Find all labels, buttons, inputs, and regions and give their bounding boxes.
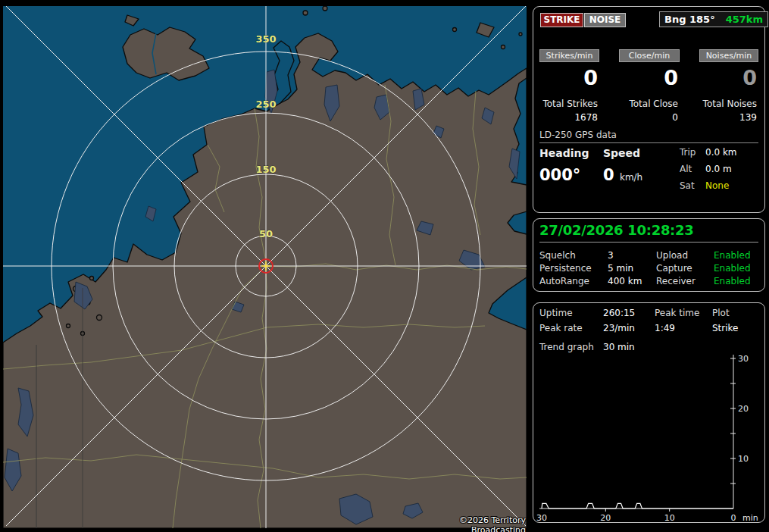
trend-x-tick-label: 10 [664, 513, 675, 522]
gps-sat-label: Sat [680, 180, 695, 191]
strikes-per-min-chip[interactable]: Strikes/min [539, 49, 599, 62]
gps-alt-label: Alt [680, 164, 692, 174]
trend-y-tick-label: 10 [738, 454, 749, 464]
gps-trip-label: Trip [680, 147, 696, 158]
ring-label-250: 250 [255, 99, 276, 110]
gps-sat-value: None [705, 180, 729, 191]
strike-toggle-button[interactable]: STRIKE [540, 13, 583, 27]
ring-label-150: 150 [255, 164, 276, 175]
ring-label-50: 50 [259, 228, 273, 239]
trend-y-tick-label: 30 [738, 354, 749, 364]
noises-per-min-chip[interactable]: Noises/min [699, 49, 758, 62]
bearing-readout: Bng 185° 457km [659, 11, 768, 27]
bearing-distance: 457km [726, 14, 763, 25]
ring-label-350: 350 [255, 33, 276, 45]
bearing-label: Bng 185° [664, 14, 715, 25]
persistence-label: Persistence [539, 263, 592, 274]
app-window: { "map": { "copyright": "©2026 Territory… [0, 0, 769, 532]
total-noises-value: 139 [689, 112, 757, 123]
total-noises-label: Total Noises [689, 99, 757, 109]
gps-speed-value: 0 km/h [603, 166, 642, 184]
panel-uptime-trend: Uptime 260:15 Peak time Plot Peak rate 2… [533, 302, 765, 523]
autorange-label: AutoRange [539, 276, 589, 286]
gps-trip-value: 0.0 km [705, 147, 737, 158]
gps-heading-value: 000° [539, 166, 580, 184]
gps-section-header: LD-250 GPS data [539, 130, 758, 143]
map-copyright: ©2026 Territory Broadcasting [421, 515, 526, 532]
gps-speed-label: Speed [603, 147, 640, 159]
map-canvas: 50 150 250 350 [3, 6, 527, 528]
squelch-value: 3 [608, 250, 614, 261]
datetime-display: 27/02/2026 10:28:23 [539, 222, 758, 243]
noises-per-min-value: 0 [689, 66, 757, 89]
total-close-label: Total Close [609, 99, 678, 109]
lightning-map: 50 150 250 350 [3, 6, 527, 528]
squelch-label: Squelch [539, 250, 576, 261]
upload-status: Enabled [714, 250, 751, 261]
close-per-min-chip[interactable]: Close/min [619, 49, 680, 62]
trend-y-tick-label: 20 [738, 404, 749, 414]
receiver-label: Receiver [656, 276, 696, 286]
panel-strike-stats: STRIKE NOISE Bng 185° 457km Strikes/min … [533, 6, 765, 213]
total-close-value: 0 [609, 112, 678, 123]
gps-speed-unit: km/h [620, 172, 642, 183]
gps-speed-number: 0 [603, 166, 614, 184]
close-per-min-value: 0 [609, 66, 678, 89]
total-strikes-label: Total Strikes [533, 99, 598, 109]
upload-label: Upload [656, 250, 688, 261]
trend-x-tick-label: 0 [731, 513, 736, 522]
panel-datetime-settings: 27/02/2026 10:28:23 Squelch 3 Upload Ena… [533, 218, 765, 292]
gps-heading-label: Heading [539, 147, 589, 159]
trend-chart: 3020103020100min [533, 303, 764, 522]
receiver-status: Enabled [714, 276, 751, 286]
trend-x-tick-label: 30 [536, 513, 547, 522]
capture-label: Capture [656, 263, 692, 274]
noise-toggle-button[interactable]: NOISE [584, 13, 626, 27]
strikes-per-min-value: 0 [533, 66, 598, 89]
autorange-value: 400 km [608, 276, 642, 286]
total-strikes-value: 1678 [533, 112, 598, 123]
trend-x-tick-label: 20 [600, 513, 611, 522]
persistence-value: 5 min [608, 263, 633, 274]
capture-status: Enabled [714, 263, 751, 274]
trend-series-strike-rate [542, 503, 733, 509]
gps-alt-value: 0.0 m [705, 164, 732, 174]
trend-x-axis-unit: min [742, 513, 758, 522]
